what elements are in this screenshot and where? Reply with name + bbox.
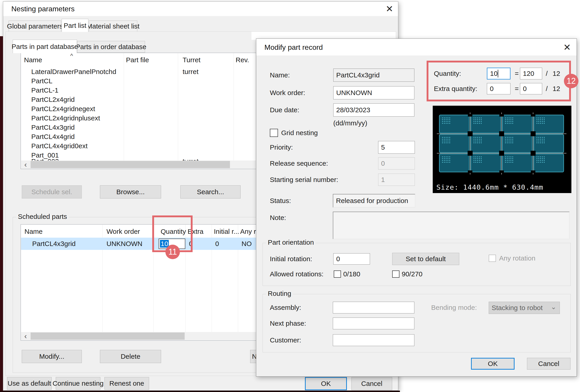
- priority-field[interactable]: 5: [378, 141, 415, 154]
- part-row[interactable]: PartCL-1: [31, 87, 58, 94]
- due-date-field[interactable]: 28/03/2023: [333, 103, 414, 116]
- main-ok-button[interactable]: OK: [305, 377, 347, 390]
- main-cancel-button[interactable]: Cancel: [351, 377, 392, 390]
- modify-button[interactable]: Modify...: [22, 350, 82, 363]
- scroll-left-arrow-icon[interactable]: ‹: [21, 161, 30, 168]
- modify-label: Modify...: [39, 353, 64, 360]
- note-field[interactable]: [333, 212, 570, 239]
- customer-field[interactable]: [333, 334, 414, 346]
- bending-mode-value: Stacking to robot: [492, 304, 543, 312]
- tab-part-list[interactable]: Part list: [62, 19, 88, 32]
- part-row[interactable]: PartCL2x4gridnplusext: [31, 114, 100, 122]
- any-rotation-label: Any rotation: [499, 254, 535, 262]
- sort-ascending-icon[interactable]: ^: [70, 53, 73, 60]
- starting-serial-label: Starting serial number:: [270, 174, 338, 186]
- sched-hscroll-thumb[interactable]: [31, 332, 185, 340]
- name-field[interactable]: PartCL4x3grid: [333, 69, 414, 82]
- part-row[interactable]: PartCL4x3grid: [31, 124, 75, 131]
- tab-material-sheet-list[interactable]: Material sheet list: [89, 21, 137, 32]
- sched-header-work-order[interactable]: Work order: [107, 228, 140, 235]
- release-sequence-value: 0: [381, 160, 385, 167]
- schedule-sel-label: Schedule sel.: [31, 188, 72, 196]
- name-value: PartCL4x3grid: [336, 71, 380, 79]
- sched-cell-any-rotation: NO: [242, 240, 252, 248]
- tab-global-parameters[interactable]: Global parameters: [8, 21, 61, 32]
- rot-90-270-label: 90/270: [402, 270, 423, 278]
- work-order-label: Work order:: [270, 86, 305, 99]
- work-order-field[interactable]: UNKNOWN: [333, 86, 414, 99]
- modify-close-icon[interactable]: ✕: [562, 43, 573, 52]
- search-button[interactable]: Search...: [180, 185, 241, 198]
- annotation-badge-11: 11: [165, 245, 180, 259]
- sched-cell-initial-rotation: 0: [215, 240, 219, 248]
- annotation-box-quantity-fields: [427, 61, 571, 101]
- renest-one-button[interactable]: Renest one: [105, 377, 149, 390]
- grid-nesting-checkbox[interactable]: [270, 129, 278, 137]
- continue-nesting-label: Continue nesting: [53, 380, 104, 387]
- sched-header-initial-rotation[interactable]: Initial r...: [214, 228, 239, 235]
- status-field: Released for production: [333, 194, 415, 207]
- part-list-header-turret[interactable]: Turret: [183, 56, 200, 64]
- part-row[interactable]: PartCL2x4gridnegext: [31, 105, 95, 113]
- part-row[interactable]: PartCL: [31, 77, 52, 85]
- sched-header-name[interactable]: Name: [24, 228, 43, 235]
- part-row-turret: turret: [183, 68, 198, 76]
- part-row[interactable]: PartCL4x4grid: [31, 133, 75, 141]
- use-as-default-button[interactable]: Use as default: [7, 377, 52, 390]
- part-list-header-part-file[interactable]: Part file: [126, 56, 149, 64]
- subtab-parts-in-order-database-label: Parts in order database: [76, 43, 146, 51]
- scroll-left-arrow-icon[interactable]: ‹: [21, 332, 30, 339]
- part-preview-canvas: [433, 110, 572, 178]
- customer-label: Customer:: [270, 334, 301, 346]
- renest-one-label: Renest one: [109, 380, 144, 387]
- modify-cancel-label: Cancel: [538, 360, 559, 368]
- due-date-value: 28/03/2023: [336, 106, 370, 114]
- assembly-field[interactable]: [333, 302, 414, 313]
- subtab-parts-in-part-database[interactable]: Parts in part database: [13, 40, 77, 53]
- modify-ok-button[interactable]: OK: [471, 358, 515, 370]
- subtab-parts-in-order-database[interactable]: Parts in order database: [77, 41, 145, 53]
- set-to-default-button[interactable]: Set to default: [392, 253, 459, 265]
- release-sequence-field: 0: [378, 157, 415, 170]
- due-date-hint: (dd/mm/yy): [333, 118, 367, 128]
- next-phase-field[interactable]: [333, 317, 414, 329]
- part-list-colsep-3: [234, 53, 234, 161]
- starting-serial-value: 1: [381, 176, 385, 184]
- priority-label: Priority:: [270, 141, 293, 154]
- any-rotation-checkbox: [489, 255, 496, 262]
- browse-button[interactable]: Browse...: [100, 185, 161, 198]
- screenshot-root: Nesting parameters ✕ Global parameters P…: [0, 0, 580, 392]
- part-row[interactable]: PartCL4x4grid0ext: [31, 142, 87, 150]
- browse-label: Browse...: [116, 188, 145, 196]
- part-list-header-name[interactable]: Name: [24, 56, 42, 64]
- part-list-colsep-2: [178, 53, 178, 161]
- background-strip-left: [0, 36, 3, 392]
- delete-button[interactable]: Delete: [100, 350, 161, 363]
- part-row[interactable]: LateralDrawerPanelPnotchd: [31, 68, 116, 76]
- tab-part-list-label: Part list: [64, 22, 86, 29]
- scheduled-parts-group-label: Scheduled parts: [16, 213, 69, 220]
- assembly-label: Assembly:: [270, 302, 301, 313]
- sched-cell-work-order: UNKNOWN: [107, 240, 142, 248]
- set-to-default-label: Set to default: [406, 255, 446, 263]
- modify-cancel-button[interactable]: Cancel: [527, 358, 571, 370]
- use-as-default-label: Use as default: [8, 380, 51, 387]
- nesting-close-icon[interactable]: ✕: [384, 4, 395, 13]
- status-label: Status:: [270, 194, 291, 207]
- part-list-colsep-1: [124, 53, 124, 161]
- background-strip-bottom: [0, 391, 400, 392]
- part-list-hscroll-thumb[interactable]: [31, 161, 230, 168]
- due-date-label: Due date:: [270, 103, 299, 116]
- rot-0-180-checkbox[interactable]: [334, 271, 341, 278]
- next-phase-label: Next phase:: [270, 317, 306, 329]
- grid-nesting-label: Grid nesting: [281, 129, 318, 137]
- initial-rotation-field[interactable]: 0: [333, 253, 370, 265]
- part-list-header-rev[interactable]: Rev.: [236, 56, 249, 64]
- tab-global-parameters-label: Global parameters: [7, 22, 63, 30]
- part-row[interactable]: PartCL2x4grid: [31, 96, 75, 103]
- rot-90-270-checkbox[interactable]: [392, 271, 399, 278]
- continue-nesting-button[interactable]: Continue nesting: [56, 377, 100, 390]
- allowed-rotations-label: Allowed rotations:: [270, 270, 323, 279]
- tab-material-sheet-list-label: Material sheet list: [87, 22, 139, 30]
- main-ok-label: OK: [321, 380, 331, 388]
